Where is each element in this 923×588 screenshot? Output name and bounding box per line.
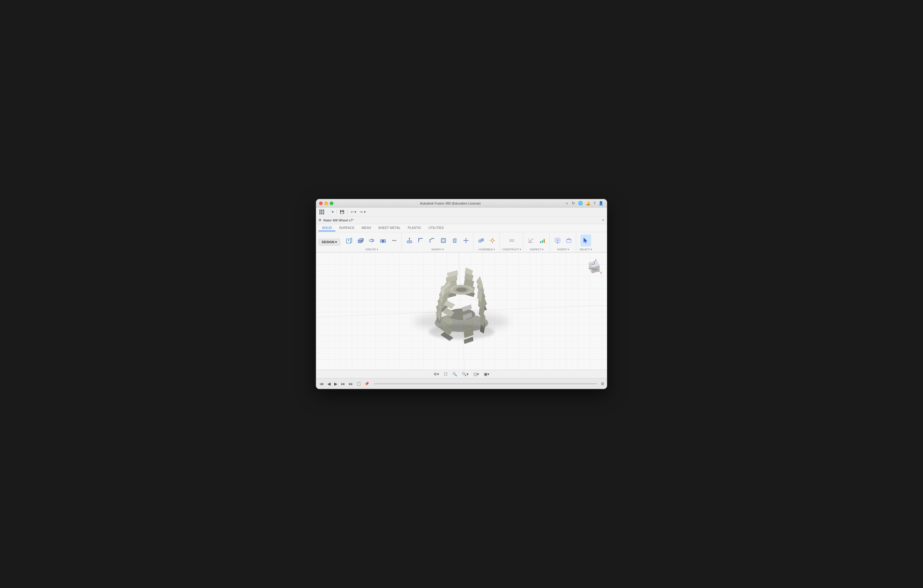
measure-icon [528, 237, 534, 244]
construct-label[interactable]: CONSTRUCT ▾ [502, 248, 521, 251]
move-button[interactable] [461, 235, 471, 246]
orbit-button[interactable]: ⚙▾ [432, 371, 440, 377]
save-button[interactable]: 💾 [339, 209, 345, 215]
app-grid-button[interactable] [319, 209, 325, 215]
add-tab-button[interactable]: ＋ [564, 200, 570, 207]
refresh-button[interactable]: ↻ [571, 200, 576, 206]
draft-button[interactable] [449, 235, 460, 246]
globe-button[interactable]: 🌐 [578, 200, 583, 206]
design-label: DESIGN ▾ [322, 240, 337, 244]
svg-rect-19 [442, 239, 445, 242]
fillet-button[interactable] [416, 235, 426, 246]
tab-solid[interactable]: SOLID [319, 225, 335, 231]
svg-marker-42 [557, 243, 558, 244]
svg-marker-46 [584, 238, 587, 243]
tab-icon: ⚙ [319, 218, 322, 222]
svg-rect-43 [556, 239, 559, 241]
design-dropdown-button[interactable]: DESIGN ▾ [319, 239, 340, 246]
assemble-label[interactable]: ASSEMBLE ▾ [478, 248, 495, 251]
undo-button[interactable]: ↩ ▾ [350, 209, 357, 215]
svg-point-14 [395, 240, 396, 241]
ribbon-group-insert: INSERT ▾ [550, 233, 576, 251]
maximize-button[interactable] [330, 202, 333, 205]
joint-icon [489, 237, 496, 244]
redo-button[interactable]: ↪ ▾ [359, 209, 367, 215]
svg-point-28 [491, 239, 494, 242]
inspect-label[interactable]: INSPECT ▾ [530, 248, 544, 251]
timeline-next-button[interactable]: ⏭ [340, 381, 347, 387]
title-bar: Autodesk Fusion 360 (Education License) … [316, 199, 607, 207]
tab-close-button[interactable]: ✕ [602, 218, 604, 222]
decal-button[interactable] [563, 235, 574, 246]
hole-button[interactable] [378, 235, 388, 246]
notification-button[interactable]: 🔔 [585, 200, 591, 206]
zoom-dropdown-button[interactable]: 🔍▾ [461, 371, 470, 377]
timeline-track[interactable] [374, 383, 597, 384]
insert-derive-icon [554, 237, 561, 244]
svg-rect-6 [358, 240, 361, 243]
bottom-toolbar: ⚙▾ ☐ 🔍 🔍▾ ◫▾ ▣▾ [316, 370, 607, 378]
traffic-lights [319, 202, 333, 205]
tab-plastic[interactable]: PLASTIC [404, 225, 425, 231]
shell-button[interactable] [438, 235, 449, 246]
move-icon [463, 237, 469, 244]
extrude-button[interactable] [355, 235, 366, 246]
svg-text:X: X [600, 272, 602, 274]
svg-text:TOP: TOP [591, 263, 594, 265]
zoom-button[interactable]: 🔍 [451, 371, 458, 377]
select-icon [583, 237, 589, 244]
ribbon-group-assemble: ASSEMBLE ▾ [474, 233, 500, 251]
close-button[interactable] [319, 202, 323, 205]
insert-label[interactable]: INSERT ▾ [557, 248, 569, 251]
svg-rect-40 [544, 239, 545, 243]
decal-icon [566, 237, 572, 244]
fillet-icon [417, 237, 424, 244]
measure-button[interactable] [526, 235, 536, 246]
chamfer-button[interactable] [427, 235, 437, 246]
grid-settings-button[interactable]: ▣▾ [483, 371, 491, 377]
tab-sheet-metal[interactable]: SHEET METAL [374, 225, 404, 231]
new-component-button[interactable] [344, 235, 355, 246]
timeline-prev-button[interactable]: ◀ [326, 381, 332, 387]
navigation-cube[interactable]: Z X TOP FRONT RIGHT [583, 258, 601, 276]
timeline-icon1[interactable]: 📋 [355, 381, 362, 386]
document-tab[interactable]: ⚙ Water Mill Wheel v7* [319, 218, 353, 222]
offset-plane-button[interactable] [506, 235, 517, 246]
extrude-icon [357, 237, 364, 244]
tab-utilities[interactable]: UTILITIES [425, 225, 447, 231]
revolve-button[interactable] [366, 235, 377, 246]
select-label[interactable]: SELECT ▾ [580, 248, 592, 251]
joint-button[interactable] [487, 235, 498, 246]
insert-derive-button[interactable] [552, 235, 563, 246]
help-button[interactable]: ? [593, 200, 596, 206]
create-label[interactable]: CREATE ▾ [365, 248, 378, 251]
timeline-end-button[interactable]: ⏭ [348, 381, 354, 387]
minimize-button[interactable] [324, 202, 328, 205]
assemble-comp-icon [478, 237, 484, 244]
svg-rect-38 [540, 241, 541, 243]
nav-cube-svg: Z X TOP FRONT RIGHT [583, 258, 603, 279]
document-tab-area: ⚙ Water Mill Wheel v7* ✕ [316, 217, 607, 224]
svg-rect-33 [509, 241, 514, 241]
tab-mesh[interactable]: MESH [358, 225, 374, 231]
pan-button[interactable]: ☐ [443, 371, 449, 377]
svg-point-13 [394, 240, 395, 241]
more-create-button[interactable] [389, 235, 400, 246]
modify-label[interactable]: MODIFY ▾ [432, 248, 444, 251]
display-mode-button[interactable]: ◫▾ [472, 371, 480, 377]
viewport[interactable]: Z X TOP FRONT RIGHT [316, 252, 607, 370]
new-component-icon [346, 237, 352, 244]
ribbon-group-create: CREATE ▾ [342, 233, 402, 251]
document-button[interactable]: 📄▾ [326, 209, 335, 215]
timeline-icon2[interactable]: 📌 [363, 381, 370, 386]
tab-surface[interactable]: SURFACE [335, 225, 358, 231]
timeline-settings-button[interactable]: ⚙ [601, 381, 604, 386]
svg-line-1 [350, 238, 352, 239]
assemble-comp-button[interactable] [476, 235, 486, 246]
profile-button[interactable]: 👤 [598, 200, 604, 206]
timeline-play-button[interactable]: ▶ [333, 381, 339, 387]
timeline-start-button[interactable]: ⏮ [319, 381, 325, 387]
select-button[interactable] [580, 235, 591, 246]
analysis-button[interactable] [537, 235, 548, 246]
press-pull-button[interactable] [404, 235, 415, 246]
